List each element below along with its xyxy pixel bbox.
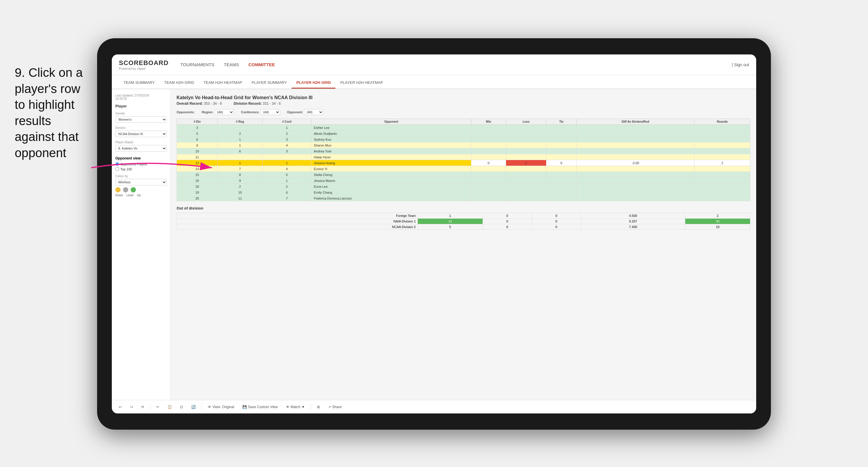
watch-button[interactable]: 👁 Watch ▼	[284, 404, 307, 410]
colour-down	[115, 187, 121, 192]
table-row[interactable]: 31 Esther Lee	[177, 125, 750, 131]
save-custom-view-button[interactable]: 💾 Save Custom View	[240, 404, 280, 410]
copy-button[interactable]: 📋	[165, 404, 174, 410]
player-rank-label: Player (Rank)	[115, 141, 167, 144]
grid-button[interactable]: ⊡	[178, 404, 185, 410]
toolbar-separator-2	[202, 404, 202, 410]
save-icon: 💾	[243, 405, 247, 409]
table-row[interactable]: 1474 Eunice Yi	[177, 166, 750, 172]
col-win: Win	[471, 119, 506, 125]
filters-row: Opponents: Region (All) Conference (All)	[177, 109, 750, 115]
col-diff: Diff Av Strokes/Rnd	[577, 119, 694, 125]
content-area: Katelyn Vo Head-to-Head Grid for Women's…	[170, 89, 756, 400]
col-loss: Loss	[506, 119, 546, 125]
out-of-division-row[interactable]: Foreign Team 1 0 0 4.500 2	[177, 213, 750, 219]
col-reg: # Reg	[218, 119, 262, 125]
share-icon: ↗	[328, 405, 331, 409]
col-rounds: Rounds	[694, 119, 750, 125]
table-row[interactable]: 914 Sharon Mun	[177, 143, 750, 148]
out-of-division-table: Foreign Team 1 0 0 4.500 2 NAIA Division…	[177, 213, 750, 230]
table-row[interactable]: 613 Sydney Kuo	[177, 136, 750, 143]
logo: SCOREBOARD Powered by clippd	[119, 59, 168, 70]
colour-by-label: Colour by	[115, 175, 167, 178]
nav-committee[interactable]: COMMITTEE	[248, 61, 275, 68]
scissors-button[interactable]: ✂	[154, 404, 161, 410]
last-updated: Last Updated: 27/03/2024 16:55:28	[115, 94, 167, 100]
out-of-division-row[interactable]: NCAA Division 2 5 0 0 7.400 10	[177, 224, 750, 230]
loop-button[interactable]: 🔄	[189, 404, 198, 410]
logo-title: SCOREBOARD	[119, 59, 168, 67]
overall-record: Overall Record: 353 - 34 - 6	[177, 101, 222, 106]
nav-tournaments[interactable]: TOURNAMENTS	[180, 61, 215, 68]
tab-team-h2h-grid[interactable]: TEAM H2H GRID	[159, 77, 199, 89]
table-row[interactable]: 522 Alexis Sudjianto	[177, 131, 750, 136]
tab-player-summary[interactable]: PLAYER SUMMARY	[247, 77, 291, 89]
nav-links: TOURNAMENTS TEAMS COMMITTEE	[180, 61, 732, 68]
toolbar-separator-3	[311, 404, 311, 410]
undo-button[interactable]: ↩	[117, 404, 124, 410]
radio-top-100[interactable]: Top 100	[115, 167, 167, 171]
table-row[interactable]: 1691 Jessica Mason	[177, 178, 750, 184]
table-row[interactable]: 20117 Federica Domecq Lacroze	[177, 195, 750, 201]
refresh-button[interactable]: ⟳	[139, 404, 147, 410]
table-row[interactable]: 11 Haeju Hyun	[177, 154, 750, 160]
player-select[interactable]: 8. Katelyn Vo	[115, 145, 167, 152]
sign-out-button[interactable]: | Sign out	[732, 62, 749, 67]
tab-team-h2h-heatmap[interactable]: TEAM H2H HEATMAP	[199, 77, 247, 89]
filter-opponent-group: Opponent (All)	[287, 109, 324, 115]
gender-label: Gender	[115, 112, 167, 115]
view-original-button[interactable]: 👁 View: Original	[206, 404, 237, 410]
tab-player-h2h-heatmap[interactable]: PLAYER H2H HEATMAP	[335, 77, 388, 89]
col-div: # Div	[177, 119, 218, 125]
tablet-frame: SCOREBOARD Powered by clippd TOURNAMENTS…	[97, 38, 771, 430]
share-button[interactable]: ↗ Share	[326, 404, 344, 410]
h2h-grid-table: # Div # Reg # Conf Opponent Win Loss Tie…	[177, 119, 750, 201]
view-icon: 👁	[208, 405, 211, 409]
step-number: 9.	[15, 66, 25, 80]
selected-player-row[interactable]: 13 1 1 Jessica Huang 0 1 0 -3.00 2	[177, 160, 750, 166]
col-conf: # Conf	[262, 119, 311, 125]
filter-conference-group: Conference (All)	[241, 109, 280, 115]
col-tie: Tie	[546, 119, 577, 125]
conference-select[interactable]: (All)	[261, 109, 280, 115]
division-label: Division	[115, 126, 167, 129]
table-row[interactable]: 1063 Andrea York	[177, 148, 750, 154]
bottom-toolbar: ↩ ↪ ⟳ ✂ 📋 ⊡ 🔄 👁 View: Original 💾 Save Cu…	[112, 400, 756, 413]
colour-legend	[115, 187, 167, 192]
region-select[interactable]: (All)	[215, 109, 234, 115]
grid-title: Katelyn Vo Head-to-Head Grid for Women's…	[177, 95, 750, 100]
player-section-title: Player	[115, 104, 167, 108]
division-record: Division Record: 331 - 34 - 6	[234, 101, 281, 106]
sub-nav: TEAM SUMMARY TEAM H2H GRID TEAM H2H HEAT…	[112, 75, 756, 89]
record-row: Overall Record: 353 - 34 - 6 Division Re…	[177, 101, 750, 106]
opponent-view-title: Opponent view	[115, 156, 167, 160]
redo-button[interactable]: ↪	[128, 404, 135, 410]
colour-level	[123, 187, 128, 192]
tablet-screen: SCOREBOARD Powered by clippd TOURNAMENTS…	[112, 55, 756, 413]
colour-section: Colour by Win/loss Down Level Up	[115, 175, 167, 197]
nav-bar: SCOREBOARD Powered by clippd TOURNAMENTS…	[112, 55, 756, 75]
col-opponent: Opponent	[311, 119, 471, 125]
division-select[interactable]: NCAA Division III	[115, 131, 167, 137]
colour-by-select[interactable]: Win/loss	[115, 179, 167, 185]
tab-player-h2h-grid[interactable]: PLAYER H2H GRID	[291, 77, 335, 89]
table-row[interactable]: 19106 Emily Chang	[177, 189, 750, 195]
out-of-division-row[interactable]: NAIA Division 1 15 0 0 9.267 30	[177, 219, 750, 224]
out-of-division-title: Out of division	[177, 206, 750, 210]
nav-teams[interactable]: TEAMS	[224, 61, 239, 68]
table-row[interactable]: 1822 Euna Lee	[177, 184, 750, 189]
instruction-text: 9. Click on a player's row to highlight …	[15, 65, 91, 161]
logo-subtitle: Powered by clippd	[119, 67, 168, 70]
sidebar: Last Updated: 27/03/2024 16:55:28 Player…	[112, 89, 170, 400]
gender-select[interactable]: Women's	[115, 116, 167, 123]
main-content: Last Updated: 27/03/2024 16:55:28 Player…	[112, 89, 756, 400]
filter-region-group: Region (All)	[202, 109, 234, 115]
toolbar-separator	[150, 404, 150, 410]
colour-up	[131, 187, 136, 192]
filter-opponents: Opponents:	[177, 111, 195, 114]
tab-team-summary[interactable]: TEAM SUMMARY	[119, 77, 159, 89]
opponent-select[interactable]: (All)	[304, 109, 323, 115]
radio-opponents-played[interactable]: Opponents Played	[115, 162, 167, 166]
layout-button[interactable]: ⊞	[314, 404, 322, 410]
table-row[interactable]: 1585 Stella Cheng	[177, 172, 750, 178]
